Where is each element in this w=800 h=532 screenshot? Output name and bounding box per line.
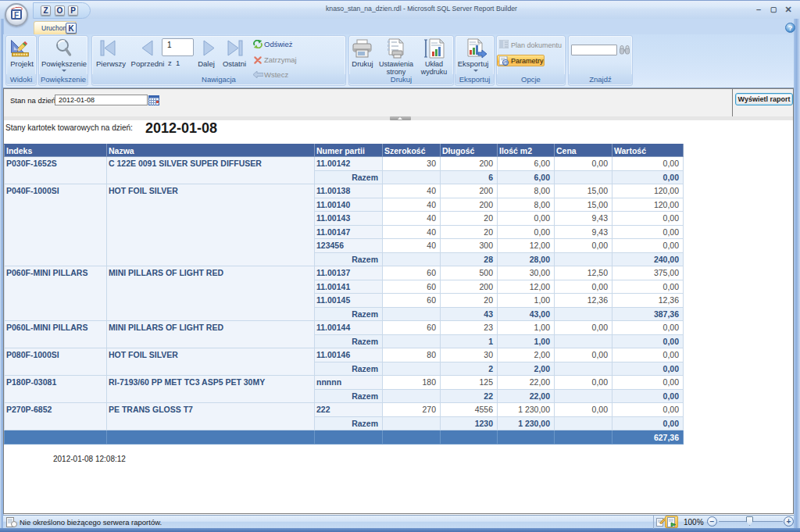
svg-text:@: @ <box>502 60 508 66</box>
